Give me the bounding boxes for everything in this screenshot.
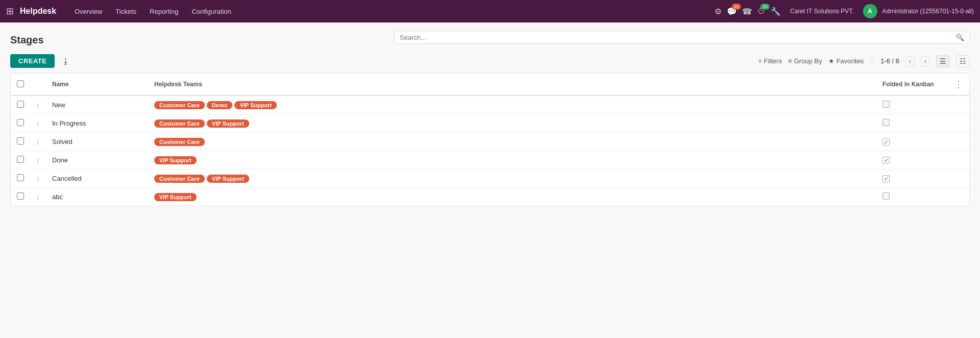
team-tag[interactable]: VIP Support (234, 101, 277, 109)
row-name: Cancelled (46, 170, 148, 188)
table-row: ↕NewCustomer CareDemoVIP Support (11, 95, 969, 114)
row-checkbox[interactable] (17, 137, 24, 144)
topnav: ⊞ Helpdesk Overview Tickets Reporting Co… (0, 0, 980, 22)
notifications-icon[interactable]: 💬 15 (727, 7, 737, 16)
page-header: Stages 🔍 (10, 31, 970, 49)
row-kanban (876, 114, 948, 133)
page-title: Stages (10, 34, 394, 46)
topnav-menu: Overview Tickets Reporting Configuration (68, 5, 712, 18)
row-checkbox[interactable] (17, 156, 24, 163)
favorites-button[interactable]: ★ Favorites (828, 57, 864, 65)
kanban-checkbox[interactable]: ✓ (882, 138, 890, 146)
list-view-button[interactable]: ☰ (936, 55, 950, 67)
filter-bar: ▿ Filters ≡ Group By ★ Favorites 1-6 / 6… (758, 55, 970, 67)
pagination-info: 1-6 / 6 (880, 57, 899, 65)
nav-overview[interactable]: Overview (68, 5, 108, 18)
col-header-teams: Helpdesk Teams (148, 74, 876, 95)
col-header-kanban: Folded in Kanban (876, 74, 948, 95)
table-row: ↕In ProgressCustomer CareVIP Support (11, 114, 969, 133)
col-header-name: Name (46, 74, 148, 95)
search-icon: 🔍 (955, 33, 964, 41)
drag-handle[interactable]: ↕ (36, 193, 40, 201)
drag-handle[interactable]: ↕ (36, 101, 40, 109)
clock-icon[interactable]: ⏱ 30 (757, 7, 766, 16)
kanban-view-button[interactable]: ☷ (956, 55, 970, 67)
column-more-button[interactable]: ⋮ (954, 79, 963, 90)
drag-handle[interactable]: ↕ (36, 119, 40, 128)
row-teams: Customer Care (148, 133, 876, 151)
table-row: ↕SolvedCustomer Care✓ (11, 133, 969, 151)
settings-icon[interactable]: ⚙ (714, 7, 722, 16)
kanban-checkbox[interactable] (882, 192, 890, 200)
drag-handle[interactable]: ↕ (36, 156, 40, 164)
star-icon: ★ (828, 57, 834, 65)
team-tag[interactable]: Customer Care (154, 138, 205, 146)
username[interactable]: Administrator (12556701-15-0-all) (882, 8, 974, 15)
team-tag[interactable]: Customer Care (154, 101, 205, 109)
groupby-icon: ≡ (788, 57, 792, 65)
prev-page-button[interactable]: ‹ (905, 56, 915, 66)
nav-configuration[interactable]: Configuration (185, 5, 237, 18)
table-row: ↕CancelledCustomer CareVIP Support✓ (11, 170, 969, 188)
row-kanban: ✓ (876, 133, 948, 151)
search-bar: 🔍 (394, 31, 970, 44)
row-kanban (876, 188, 948, 206)
filter-icon: ▿ (758, 57, 762, 65)
user-avatar[interactable]: A (863, 4, 877, 18)
filters-button[interactable]: ▿ Filters (758, 57, 782, 65)
row-name: Solved (46, 133, 148, 151)
search-input[interactable] (400, 34, 951, 41)
row-teams: VIP Support (148, 188, 876, 206)
stages-table: Name Helpdesk Teams Folded in Kanban ⋮ ↕… (10, 73, 970, 206)
kanban-checkbox[interactable]: ✓ (882, 175, 890, 182)
table-header: Name Helpdesk Teams Folded in Kanban ⋮ (11, 74, 969, 95)
grid-icon[interactable]: ⊞ (6, 6, 14, 17)
team-tag[interactable]: VIP Support (154, 156, 197, 164)
page-content: Stages 🔍 CREATE ⭳ ▿ Filters ≡ Group By ★ (0, 22, 980, 214)
team-tag[interactable]: Customer Care (154, 175, 205, 183)
row-checkbox[interactable] (17, 174, 24, 181)
row-kanban (876, 95, 948, 114)
phone-icon[interactable]: ☎ (742, 7, 752, 16)
kanban-checkbox[interactable] (882, 119, 890, 126)
drag-handle[interactable]: ↕ (36, 138, 40, 146)
nav-tickets[interactable]: Tickets (109, 5, 142, 18)
row-teams: VIP Support (148, 151, 876, 170)
groupby-button[interactable]: ≡ Group By (788, 57, 822, 65)
row-teams: Customer CareDemoVIP Support (148, 95, 876, 114)
notifications-badge: 15 (732, 4, 741, 10)
row-kanban: ✓ (876, 151, 948, 170)
select-all-checkbox[interactable] (17, 80, 24, 87)
row-teams: Customer CareVIP Support (148, 114, 876, 133)
create-button[interactable]: CREATE (10, 54, 55, 68)
team-tag[interactable]: VIP Support (207, 175, 249, 183)
table-row: ↕DoneVIP Support✓ (11, 151, 969, 170)
team-tag[interactable]: Demo (207, 101, 233, 109)
kanban-checkbox[interactable]: ✓ (882, 157, 890, 164)
drag-handle[interactable]: ↕ (36, 175, 40, 183)
topnav-right: ⚙ 💬 15 ☎ ⏱ 30 🔧 Caret IT Solutions PVT. … (714, 4, 974, 18)
row-checkbox[interactable] (17, 101, 24, 108)
company-name: Caret IT Solutions PVT. (790, 8, 854, 15)
team-tag[interactable]: VIP Support (207, 119, 249, 128)
row-name: In Progress (46, 114, 148, 133)
row-name: abc (46, 188, 148, 206)
download-button[interactable]: ⭳ (59, 55, 73, 68)
row-teams: Customer CareVIP Support (148, 170, 876, 188)
clock-badge: 30 (760, 4, 770, 10)
brand-logo[interactable]: Helpdesk (20, 7, 56, 16)
nav-reporting[interactable]: Reporting (144, 5, 184, 18)
row-name: New (46, 95, 148, 114)
team-tag[interactable]: Customer Care (154, 119, 205, 128)
next-page-button[interactable]: › (921, 56, 930, 66)
row-checkbox[interactable] (17, 119, 24, 126)
row-name: Done (46, 151, 148, 170)
kanban-checkbox[interactable] (882, 101, 890, 108)
row-kanban: ✓ (876, 170, 948, 188)
team-tag[interactable]: VIP Support (154, 193, 197, 201)
table-row: ↕abcVIP Support (11, 188, 969, 206)
wrench-icon[interactable]: 🔧 (771, 7, 781, 16)
row-checkbox[interactable] (17, 192, 24, 200)
